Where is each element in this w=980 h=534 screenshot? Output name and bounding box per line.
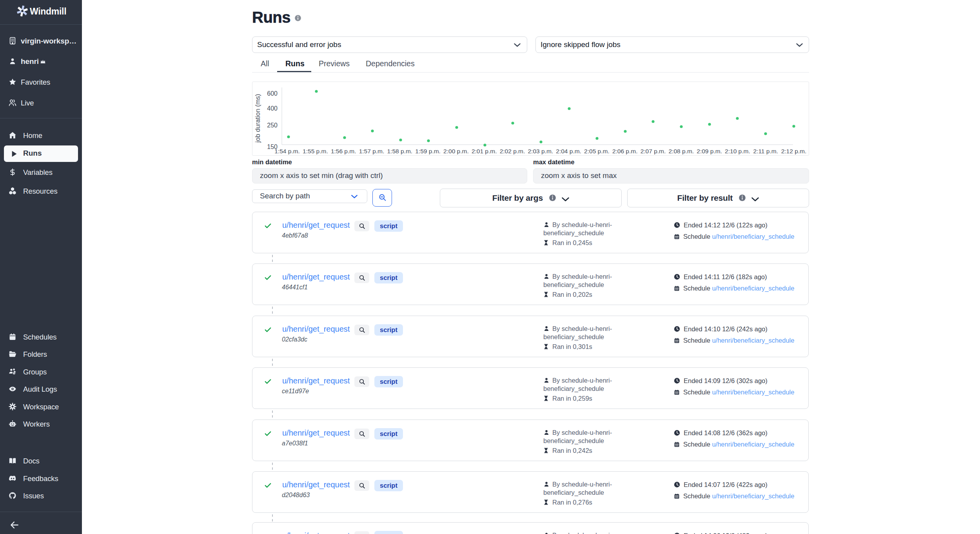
svg-text:2:07 p.m.: 2:07 p.m.	[641, 148, 666, 154]
svg-text:2:00 p.m.: 2:00 p.m.	[443, 148, 469, 154]
svg-text:2:08 p.m.: 2:08 p.m.	[668, 148, 694, 154]
svg-text:2:11 p.m.: 2:11 p.m.	[753, 148, 778, 154]
svg-text:1:59 p.m.: 1:59 p.m.	[415, 148, 441, 154]
svg-text:2:10 p.m.: 2:10 p.m.	[725, 148, 750, 154]
svg-text:2:06 p.m.: 2:06 p.m.	[612, 148, 638, 154]
svg-text:1:58 p.m.: 1:58 p.m.	[387, 148, 412, 154]
svg-text:2:09 p.m.: 2:09 p.m.	[697, 148, 722, 154]
svg-text:2:05 p.m.: 2:05 p.m.	[584, 148, 610, 154]
svg-text:2:02 p.m.: 2:02 p.m.	[500, 148, 525, 154]
svg-text:1:55 p.m.: 1:55 p.m.	[303, 148, 328, 154]
svg-text:600: 600	[267, 90, 278, 97]
svg-text:job duration (ms): job duration (ms)	[254, 94, 261, 143]
svg-text:2:12 p.m.: 2:12 p.m.	[781, 148, 807, 154]
svg-text:2:04 p.m.: 2:04 p.m.	[556, 148, 581, 154]
svg-text:1:54 p.m.: 1:54 p.m.	[274, 148, 300, 154]
svg-text:1:57 p.m.: 1:57 p.m.	[359, 148, 385, 154]
svg-text:1:56 p.m.: 1:56 p.m.	[331, 148, 356, 154]
svg-text:2:01 p.m.: 2:01 p.m.	[472, 148, 497, 154]
svg-text:400: 400	[267, 105, 278, 112]
svg-text:2:03 p.m.: 2:03 p.m.	[528, 148, 553, 154]
svg-text:250: 250	[267, 122, 278, 129]
